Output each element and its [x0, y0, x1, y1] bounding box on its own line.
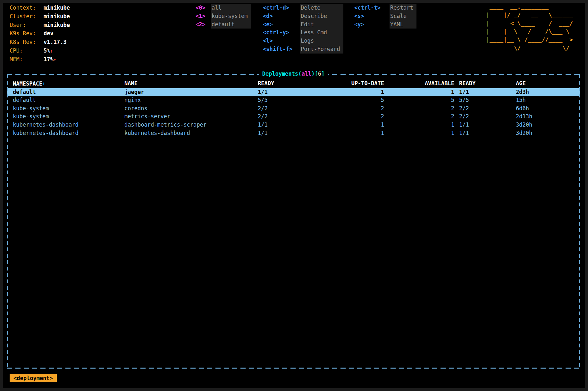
- info-label: Cluster:: [10, 12, 44, 21]
- hotkey-key: <0>: [196, 4, 211, 12]
- panel-border-right: [579, 74, 580, 369]
- cell-age: 2d3h: [516, 88, 575, 96]
- cell-up-to-date: 1: [322, 129, 384, 137]
- cell-ready: 5/5: [258, 96, 322, 104]
- hotkey-label: Edit: [300, 21, 343, 29]
- cell-namespace: kubernetes-dashboard: [13, 129, 124, 137]
- cell-available: 2: [384, 104, 454, 113]
- cluster-info-row: MEM: 17%↑: [10, 55, 70, 64]
- hotkey-label: YAML: [390, 21, 416, 29]
- info-label: K8s Rev:: [10, 38, 44, 47]
- cell-name: dashboard-metrics-scraper: [124, 121, 258, 129]
- info-label: K9s Rev:: [10, 29, 44, 38]
- hotkey-label: kube-system: [211, 12, 251, 21]
- cluster-info-row: Context: minikube: [10, 4, 70, 12]
- panel-title-scope: all: [302, 71, 312, 77]
- column-header-namespace: NAMESPACE↑: [13, 79, 124, 88]
- panel-border-bottom: [7, 368, 580, 369]
- panel-title-resource: Deployments(: [262, 71, 302, 77]
- hotkey-label: Less Cmd: [300, 29, 343, 37]
- cell-age: 3d20h: [516, 121, 575, 129]
- hotkey-key: <y>: [354, 21, 390, 29]
- cell-available: 2: [384, 112, 454, 121]
- column-header-available: AVAILABLE: [384, 79, 454, 88]
- table-row[interactable]: default jaeger 1/1 1 1 1/1 2d3h: [7, 88, 580, 96]
- column-header-ready: READY: [258, 79, 322, 88]
- cell-ready-2: 1/1: [454, 129, 516, 137]
- cell-up-to-date: 2: [322, 104, 384, 113]
- panel-title-paren: ): [311, 71, 315, 77]
- cell-available: 1: [384, 121, 454, 129]
- k9s-terminal: Context: minikube Cluster: minikube User…: [0, 0, 588, 391]
- hotkey-label: Restart: [390, 4, 416, 12]
- action-hotkey-item[interactable]: <ctrl-d> Delete: [263, 4, 343, 12]
- cell-ready-2: 2/2: [454, 112, 516, 121]
- panel-title-bracket-open: [: [315, 71, 318, 77]
- hotkey-key: <l>: [263, 37, 300, 45]
- cell-ready: 2/2: [258, 104, 322, 113]
- cluster-info-row: Cluster: minikube: [10, 12, 70, 21]
- cell-namespace: kubernetes-dashboard: [13, 121, 124, 129]
- breadcrumb-deployment[interactable]: <deployment>: [10, 374, 57, 382]
- table-row[interactable]: kube-system metrics-server 2/2 2 2 2/2 2…: [7, 112, 580, 121]
- info-label: CPU:: [10, 47, 44, 55]
- table-row[interactable]: default nginx 5/5 5 5 5/5 15h: [7, 96, 580, 104]
- hotkey-key: <shift-f>: [263, 45, 300, 54]
- info-label: MEM:: [10, 55, 44, 64]
- action-hotkey-item[interactable]: <d> Describe: [263, 12, 343, 21]
- action-hotkey-item[interactable]: <shift-f> Port-Forward: [263, 45, 343, 54]
- cell-age: 15h: [516, 96, 575, 104]
- action-hotkeys-column-1: <ctrl-d> Delete <d> Describe <e> Edit <c…: [263, 4, 343, 54]
- table-header: NAMESPACE↑ NAME READY UP-TO-DATE AVAILAB…: [7, 79, 580, 88]
- cell-age: 3d20h: [516, 129, 575, 137]
- action-hotkey-item[interactable]: <y> YAML: [354, 21, 416, 29]
- panel-title: Deployments(all)[6]: [259, 71, 328, 77]
- info-value: minikube: [44, 12, 70, 21]
- info-value: 5%↑: [44, 47, 70, 55]
- namespace-hotkeys-menu: <0> all <1> kube-system <2> default: [196, 4, 251, 29]
- k9s-logo: ____ __.________ | |/ _/ __ \______ | < …: [486, 3, 573, 52]
- cell-name: coredns: [124, 104, 258, 113]
- hotkey-key: <ctrl-y>: [263, 29, 300, 37]
- action-hotkey-item[interactable]: <ctrl-y> Less Cmd: [263, 29, 343, 37]
- cell-available: 5: [384, 96, 454, 104]
- cell-up-to-date: 2: [322, 112, 384, 121]
- table-row[interactable]: kube-system coredns 2/2 2 2 2/2 6d6h: [7, 104, 580, 113]
- info-value: dev: [44, 29, 70, 38]
- cluster-info-row: CPU: 5%↑: [10, 47, 70, 55]
- cell-available: 1: [384, 88, 454, 96]
- action-hotkey-item[interactable]: <e> Edit: [263, 21, 343, 29]
- hotkey-key: <d>: [263, 12, 300, 21]
- hotkey-key: <e>: [263, 21, 300, 29]
- cell-namespace: default: [13, 96, 124, 104]
- namespace-hotkey-item[interactable]: <1> kube-system: [196, 12, 251, 21]
- cell-age: 6d6h: [516, 104, 575, 113]
- info-value: 17%↑: [44, 55, 70, 64]
- cell-name: jaeger: [124, 88, 258, 96]
- cell-namespace: kube-system: [13, 112, 124, 121]
- hotkey-key: <2>: [196, 21, 211, 29]
- cell-ready: 1/1: [258, 121, 322, 129]
- info-value: minikube: [44, 4, 70, 12]
- column-header-ready-2: READY: [454, 79, 516, 88]
- table-row[interactable]: kubernetes-dashboard kubernetes-dashboar…: [7, 129, 580, 137]
- hotkey-label: Describe: [300, 12, 343, 21]
- hotkey-label: Scale: [390, 12, 416, 21]
- namespace-hotkey-item[interactable]: <2> default: [196, 21, 251, 29]
- deployments-panel: Deployments(all)[6] NAMESPACE↑ NAME READ…: [7, 74, 580, 369]
- hotkey-label: Logs: [300, 37, 343, 45]
- cell-ready: 1/1: [258, 88, 322, 96]
- action-hotkey-item[interactable]: <s> Scale: [354, 12, 416, 21]
- namespace-hotkey-item[interactable]: <0> all: [196, 4, 251, 12]
- cell-up-to-date: 5: [322, 96, 384, 104]
- column-header-age: AGE: [516, 79, 575, 88]
- cell-ready-2: 1/1: [454, 88, 516, 96]
- cluster-info: Context: minikube Cluster: minikube User…: [10, 4, 70, 64]
- column-header-up-to-date: UP-TO-DATE: [322, 79, 384, 88]
- info-label: User:: [10, 21, 44, 30]
- hotkey-label: Port-Forward: [300, 45, 343, 54]
- table-row[interactable]: kubernetes-dashboard dashboard-metrics-s…: [7, 121, 580, 129]
- hotkey-label: default: [211, 21, 251, 29]
- action-hotkey-item[interactable]: <l> Logs: [263, 37, 343, 45]
- action-hotkey-item[interactable]: <ctrl-t> Restart: [354, 4, 416, 12]
